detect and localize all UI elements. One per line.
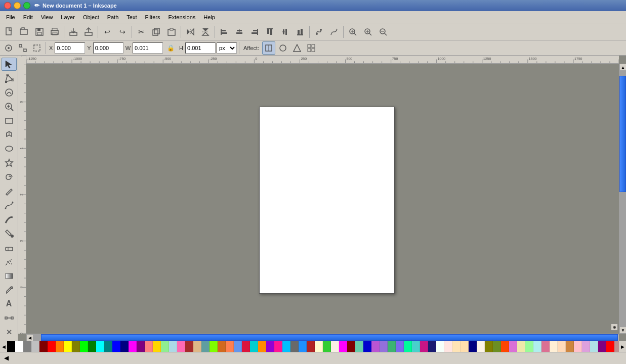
scroll-track-v[interactable]	[619, 71, 626, 327]
measure-tool-btn[interactable]: ✕	[2, 326, 17, 339]
canvas-content[interactable]	[26, 64, 619, 334]
color-swatch[interactable]	[388, 341, 396, 352]
select-tool-btn[interactable]	[2, 58, 17, 71]
color-swatch[interactable]	[582, 341, 590, 352]
color-swatch[interactable]	[80, 341, 88, 352]
color-swatch[interactable]	[509, 341, 517, 352]
scroll-track-h[interactable]	[33, 334, 612, 341]
copy-button[interactable]	[149, 25, 163, 39]
pen-tool-btn[interactable]	[2, 199, 17, 212]
color-swatch[interactable]	[323, 341, 331, 352]
align-center-v[interactable]	[232, 25, 246, 39]
affect-btn-2[interactable]	[276, 41, 289, 55]
color-swatch[interactable]	[331, 341, 339, 352]
color-swatch[interactable]	[461, 341, 469, 352]
align-top[interactable]	[263, 25, 277, 39]
color-swatch[interactable]	[153, 341, 161, 352]
color-swatch[interactable]	[574, 341, 582, 352]
menu-edit[interactable]: Edit	[19, 13, 37, 21]
color-swatch[interactable]	[48, 341, 56, 352]
menu-object[interactable]: Object	[79, 13, 103, 21]
color-swatch[interactable]	[193, 341, 201, 352]
color-swatch[interactable]	[355, 341, 363, 352]
color-swatch[interactable]	[169, 341, 177, 352]
spray-tool-btn[interactable]	[2, 255, 17, 268]
color-swatch[interactable]	[452, 341, 461, 352]
color-swatch[interactable]	[412, 341, 420, 352]
color-swatch[interactable]	[315, 341, 323, 352]
color-swatch[interactable]	[226, 341, 234, 352]
color-swatch[interactable]	[444, 341, 452, 352]
lock-ratio-btn[interactable]: 🔒	[164, 41, 177, 55]
color-swatch[interactable]	[96, 341, 104, 352]
color-swatch[interactable]	[218, 341, 226, 352]
color-swatch[interactable]	[428, 341, 436, 352]
dropper-tool-btn[interactable]	[2, 284, 17, 297]
color-swatch[interactable]	[145, 341, 153, 352]
snap-enable-btn[interactable]	[2, 41, 15, 55]
open-button[interactable]	[17, 25, 31, 39]
color-swatch[interactable]	[566, 341, 574, 352]
color-swatch[interactable]	[485, 341, 493, 352]
text-tool-btn[interactable]: A	[2, 297, 17, 310]
color-swatch[interactable]	[7, 341, 15, 352]
maximize-button[interactable]	[23, 2, 30, 9]
color-swatch[interactable]	[56, 341, 64, 352]
snap-nodes-btn[interactable]	[16, 41, 29, 55]
color-swatch[interactable]	[339, 341, 347, 352]
color-swatch[interactable]	[282, 341, 290, 352]
object-flip-v[interactable]	[198, 25, 213, 39]
color-swatch[interactable]	[210, 341, 218, 352]
color-swatch[interactable]	[120, 341, 129, 352]
zoom-out-btn[interactable]	[376, 25, 390, 39]
color-swatch[interactable]	[501, 341, 509, 352]
color-swatch[interactable]	[558, 341, 566, 352]
color-swatch[interactable]	[477, 341, 485, 352]
color-swatch[interactable]	[550, 341, 558, 352]
color-swatch[interactable]	[347, 341, 355, 352]
paint-bucket-btn[interactable]	[2, 227, 17, 240]
w-input[interactable]	[133, 42, 163, 54]
scroll-down-btn[interactable]: ▼	[619, 327, 626, 334]
snap-bbox-btn[interactable]	[30, 41, 44, 55]
export-button[interactable]	[81, 25, 96, 39]
color-swatch[interactable]	[363, 341, 371, 352]
cut-button[interactable]: ✂	[134, 25, 148, 39]
affect-btn-4[interactable]	[305, 41, 318, 55]
eraser-tool-btn[interactable]	[2, 241, 17, 254]
color-swatch[interactable]	[614, 341, 619, 352]
palette-scroll-left[interactable]: ◀	[0, 341, 7, 352]
window-controls[interactable]	[4, 2, 30, 9]
zoom-fit-btn[interactable]	[346, 25, 360, 39]
y-input[interactable]	[93, 42, 123, 54]
color-swatch[interactable]	[185, 341, 193, 352]
scrollbar-vertical[interactable]: ▲ ▼	[619, 64, 626, 334]
color-swatch[interactable]	[201, 341, 210, 352]
menu-path[interactable]: Path	[103, 13, 123, 21]
menu-help[interactable]: Help	[199, 13, 219, 21]
color-swatch[interactable]	[598, 341, 606, 352]
menu-text[interactable]: Text	[122, 13, 141, 21]
color-swatch[interactable]	[258, 341, 266, 352]
color-swatch[interactable]	[469, 341, 477, 352]
color-swatch[interactable]	[290, 341, 299, 352]
menu-layer[interactable]: Layer	[57, 13, 79, 21]
nodes-btn[interactable]	[312, 25, 326, 39]
tweak-tool-btn[interactable]	[2, 86, 17, 99]
color-swatch[interactable]	[250, 341, 258, 352]
new-button[interactable]	[2, 25, 16, 39]
color-swatch[interactable]	[396, 341, 404, 352]
connector-tool-btn[interactable]	[2, 311, 17, 325]
ellipse-tool-btn[interactable]	[2, 142, 17, 155]
menu-file[interactable]: File	[2, 13, 19, 21]
color-swatch[interactable]	[242, 341, 250, 352]
zoom-in-btn[interactable]	[361, 25, 375, 39]
color-swatch[interactable]	[39, 341, 48, 352]
color-swatch[interactable]	[525, 341, 533, 352]
color-swatch[interactable]	[436, 341, 444, 352]
redo-button[interactable]: ↪	[115, 25, 130, 39]
close-button[interactable]	[4, 2, 11, 9]
h-input[interactable]	[185, 42, 216, 54]
color-swatch[interactable]	[274, 341, 282, 352]
3dbox-tool-btn[interactable]	[2, 128, 17, 142]
